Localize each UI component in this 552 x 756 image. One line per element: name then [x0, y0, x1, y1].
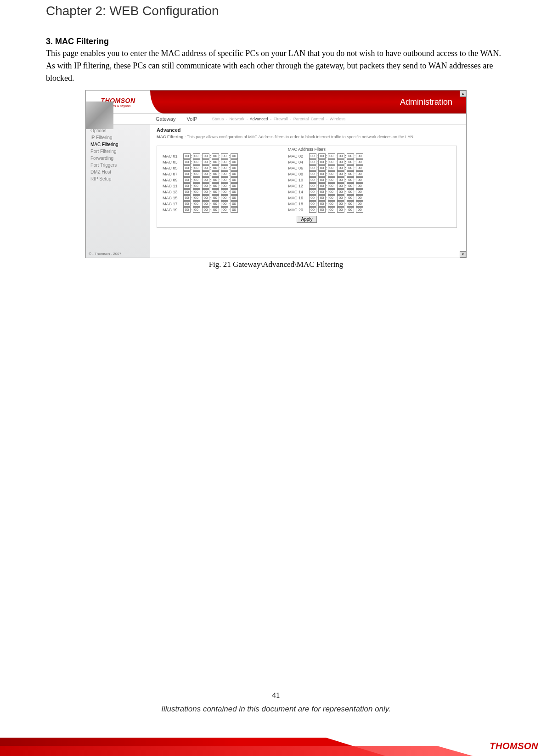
- mac-octet-input[interactable]: 00: [328, 189, 335, 195]
- mac-octet-input[interactable]: 00: [221, 195, 228, 201]
- mac-octet-input[interactable]: 00: [221, 189, 228, 195]
- mac-octet-input[interactable]: 00: [202, 177, 209, 183]
- mac-octet-input[interactable]: 00: [183, 171, 191, 177]
- mac-octet-input[interactable]: 00: [356, 189, 363, 195]
- tab-voip[interactable]: VoIP: [181, 116, 203, 122]
- mac-octet-input[interactable]: 00: [356, 165, 363, 171]
- mac-octet-input[interactable]: 00: [309, 159, 316, 165]
- mac-octet-input[interactable]: 00: [318, 159, 326, 165]
- mac-octet-input[interactable]: 00: [202, 201, 209, 207]
- sidebar-item-port-filtering[interactable]: Port Filtering: [86, 148, 150, 155]
- mac-octet-input[interactable]: 00: [318, 183, 326, 189]
- mac-octet-input[interactable]: 00: [231, 201, 238, 207]
- mac-octet-input[interactable]: 00: [356, 195, 363, 201]
- mac-octet-input[interactable]: 00: [231, 171, 238, 177]
- mac-octet-input[interactable]: 00: [318, 195, 326, 201]
- mac-octet-input[interactable]: 00: [221, 183, 228, 189]
- mac-octet-input[interactable]: 00: [221, 201, 228, 207]
- mac-octet-input[interactable]: 00: [337, 177, 344, 183]
- mac-octet-input[interactable]: 00: [328, 201, 335, 207]
- tab-gateway[interactable]: Gateway: [150, 116, 181, 122]
- mac-octet-input[interactable]: 00: [221, 207, 228, 213]
- mac-octet-input[interactable]: 00: [221, 159, 228, 165]
- mac-octet-input[interactable]: 00: [193, 195, 200, 201]
- mac-octet-input[interactable]: 00: [318, 153, 326, 159]
- mac-octet-input[interactable]: 00: [347, 183, 354, 189]
- mac-octet-input[interactable]: 00: [347, 153, 354, 159]
- mac-octet-input[interactable]: 00: [328, 207, 335, 213]
- subnav-item[interactable]: Network -: [229, 117, 250, 121]
- mac-octet-input[interactable]: 00: [328, 195, 335, 201]
- mac-octet-input[interactable]: 00: [347, 165, 354, 171]
- mac-octet-input[interactable]: 00: [318, 171, 326, 177]
- mac-octet-input[interactable]: 00: [183, 153, 191, 159]
- mac-octet-input[interactable]: 00: [337, 171, 344, 177]
- mac-octet-input[interactable]: 00: [309, 171, 316, 177]
- mac-octet-input[interactable]: 00: [309, 207, 316, 213]
- mac-octet-input[interactable]: 00: [212, 183, 219, 189]
- mac-octet-input[interactable]: 00: [347, 177, 354, 183]
- mac-octet-input[interactable]: 00: [318, 201, 326, 207]
- sidebar-item-forwarding[interactable]: Forwarding: [86, 155, 150, 162]
- mac-octet-input[interactable]: 00: [356, 207, 363, 213]
- mac-octet-input[interactable]: 00: [212, 171, 219, 177]
- sidebar-item-mac-filtering[interactable]: MAC Filtering: [86, 141, 150, 148]
- mac-octet-input[interactable]: 00: [183, 183, 191, 189]
- mac-octet-input[interactable]: 00: [183, 165, 191, 171]
- mac-octet-input[interactable]: 00: [202, 171, 209, 177]
- mac-octet-input[interactable]: 00: [309, 177, 316, 183]
- mac-octet-input[interactable]: 00: [309, 201, 316, 207]
- mac-octet-input[interactable]: 00: [202, 159, 209, 165]
- mac-octet-input[interactable]: 00: [202, 183, 209, 189]
- sidebar-item-ip-filtering[interactable]: IP Filtering: [86, 134, 150, 141]
- mac-octet-input[interactable]: 00: [231, 195, 238, 201]
- mac-octet-input[interactable]: 00: [328, 165, 335, 171]
- mac-octet-input[interactable]: 00: [221, 165, 228, 171]
- mac-octet-input[interactable]: 00: [193, 201, 200, 207]
- mac-octet-input[interactable]: 00: [183, 177, 191, 183]
- mac-octet-input[interactable]: 00: [231, 165, 238, 171]
- mac-octet-input[interactable]: 00: [231, 177, 238, 183]
- apply-button[interactable]: Apply: [297, 216, 316, 223]
- mac-octet-input[interactable]: 00: [356, 159, 363, 165]
- mac-octet-input[interactable]: 00: [212, 195, 219, 201]
- mac-octet-input[interactable]: 00: [193, 177, 200, 183]
- mac-octet-input[interactable]: 00: [231, 159, 238, 165]
- mac-octet-input[interactable]: 00: [212, 201, 219, 207]
- mac-octet-input[interactable]: 00: [202, 189, 209, 195]
- mac-octet-input[interactable]: 00: [212, 189, 219, 195]
- mac-octet-input[interactable]: 00: [318, 207, 326, 213]
- sidebar-item-rip-setup[interactable]: RIP Setup: [86, 175, 150, 182]
- mac-octet-input[interactable]: 00: [231, 183, 238, 189]
- mac-octet-input[interactable]: 00: [337, 207, 344, 213]
- mac-octet-input[interactable]: 00: [347, 195, 354, 201]
- mac-octet-input[interactable]: 00: [318, 177, 326, 183]
- mac-octet-input[interactable]: 00: [183, 189, 191, 195]
- mac-octet-input[interactable]: 00: [212, 153, 219, 159]
- mac-octet-input[interactable]: 00: [193, 207, 200, 213]
- mac-octet-input[interactable]: 00: [231, 153, 238, 159]
- subnav-item[interactable]: Wireless: [330, 117, 346, 121]
- mac-octet-input[interactable]: 00: [231, 189, 238, 195]
- mac-octet-input[interactable]: 00: [193, 189, 200, 195]
- mac-octet-input[interactable]: 00: [337, 201, 344, 207]
- mac-octet-input[interactable]: 00: [221, 153, 228, 159]
- mac-octet-input[interactable]: 00: [193, 165, 200, 171]
- mac-octet-input[interactable]: 00: [212, 159, 219, 165]
- mac-octet-input[interactable]: 00: [202, 195, 209, 201]
- sidebar-item-port-triggers[interactable]: Port Triggers: [86, 162, 150, 169]
- mac-octet-input[interactable]: 00: [212, 207, 219, 213]
- mac-octet-input[interactable]: 00: [337, 165, 344, 171]
- mac-octet-input[interactable]: 00: [337, 195, 344, 201]
- mac-octet-input[interactable]: 00: [183, 195, 191, 201]
- mac-octet-input[interactable]: 00: [212, 165, 219, 171]
- mac-octet-input[interactable]: 00: [202, 165, 209, 171]
- mac-octet-input[interactable]: 00: [328, 177, 335, 183]
- mac-octet-input[interactable]: 00: [347, 207, 354, 213]
- sidebar-item-dmz-host[interactable]: DMZ Host: [86, 169, 150, 175]
- mac-octet-input[interactable]: 00: [328, 159, 335, 165]
- mac-octet-input[interactable]: 00: [356, 201, 363, 207]
- mac-octet-input[interactable]: 00: [221, 177, 228, 183]
- mac-octet-input[interactable]: 00: [202, 207, 209, 213]
- mac-octet-input[interactable]: 00: [356, 153, 363, 159]
